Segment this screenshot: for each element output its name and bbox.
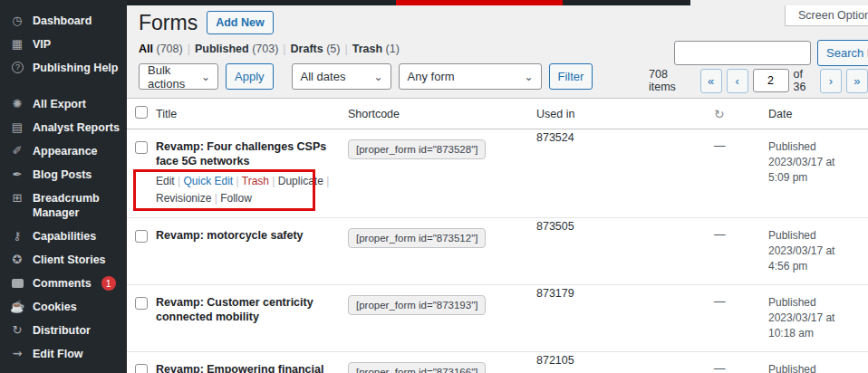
sidebar-item-cookies[interactable]: ☕ Cookies	[0, 295, 127, 319]
view-drafts-link[interactable]: Drafts (5)	[291, 43, 341, 55]
column-header-shortcode: Shortcode	[348, 99, 536, 129]
form-title-link[interactable]: Revamp: Customer centricity connected mo…	[156, 295, 337, 324]
search-input[interactable]	[674, 41, 811, 65]
table-row: Revamp: Customer centricity connected mo…	[127, 285, 868, 352]
sidebar-item-label: Blog Posts	[33, 167, 92, 182]
forms-list-table: Title Shortcode Used in ↻ Date Revamp: F…	[127, 98, 868, 373]
row-checkbox[interactable]	[135, 297, 148, 310]
row-actions: EditQuick EditTrashDuplicateRevisionizeF…	[156, 173, 337, 207]
publish-date: 2023/03/17 at 5:09 pm	[768, 155, 857, 186]
sidebar-item-label: Cookies	[33, 300, 77, 314]
sidebar-item-client-stories[interactable]: ✪ Client Stories	[0, 248, 127, 272]
admin-sidebar: ◷ Dashboard ▦ VIP ? Publishing Help ✺ Al…	[0, 0, 127, 373]
sidebar-item-label: Breadcrumb Manager	[33, 191, 121, 220]
distributor-column-icon: ↻	[714, 107, 725, 121]
key-icon: ⚷	[9, 229, 25, 244]
form-title-link[interactable]: Revamp: motorcycle safety	[156, 228, 337, 243]
view-published-link[interactable]: Published (703)	[195, 43, 278, 55]
vip-icon: ▦	[9, 37, 25, 52]
sidebar-item-vip[interactable]: ▦ VIP	[0, 33, 127, 56]
row-checkbox[interactable]	[135, 141, 148, 154]
sidebar-item-label: Analyst Reports	[33, 120, 120, 135]
last-page-button[interactable]: »	[846, 69, 868, 93]
sidebar-item-blog-posts[interactable]: ✒ Blog Posts	[0, 163, 127, 186]
comments-count-badge: 1	[101, 276, 116, 291]
prev-page-button[interactable]: ‹	[727, 69, 748, 93]
trash-action-link[interactable]: Trash	[242, 175, 278, 187]
edit-action-link[interactable]: Edit	[156, 175, 183, 187]
form-title-link[interactable]: Revamp: Four challenges CSPs face 5G net…	[156, 139, 337, 168]
view-trash-link[interactable]: Trash (1)	[352, 43, 400, 55]
column-header-title: Title	[156, 99, 348, 129]
search-forms-button[interactable]: Search Forms	[817, 40, 868, 66]
sidebar-item-edit-flow[interactable]: ⇝ Edit Flow	[0, 342, 127, 366]
sidebar-item-appearance[interactable]: ✐ Appearance	[0, 139, 127, 163]
total-pages-label: of 36	[794, 68, 815, 93]
sidebar-item-dashboard[interactable]: ◷ Dashboard	[0, 9, 127, 33]
sidebar-item-analyst-reports[interactable]: ▤ Analyst Reports	[0, 116, 127, 139]
column-header-used-in: Used in	[536, 99, 714, 129]
sidebar-item-label: Appearance	[33, 144, 98, 158]
date-filter-select[interactable]: All dates ⌄	[292, 63, 391, 90]
cake-icon: ☕	[9, 300, 25, 314]
sidebar-item-distributor[interactable]: ↻ Distributor	[0, 319, 127, 342]
row-checkbox[interactable]	[135, 364, 148, 373]
follow-action-link[interactable]: Follow	[220, 192, 252, 205]
sidebar-item-breadcrumb-manager[interactable]: ⊞ Breadcrumb Manager	[0, 186, 127, 225]
form-filter-value: Any form	[408, 70, 455, 83]
sidebar-item-label: Distributor	[33, 323, 91, 338]
main-content: Screen Options ▾ Forms Add New All (708)…	[127, 0, 868, 373]
first-page-button[interactable]: «	[700, 69, 722, 93]
form-filter-select[interactable]: Any form ⌄	[399, 63, 542, 90]
filter-button[interactable]: Filter	[549, 63, 593, 90]
shortcode-value: [proper_form id="873512"]	[348, 228, 486, 248]
pagination: 708 items « ‹ of 36 › »	[649, 68, 868, 93]
sidebar-separator	[0, 80, 127, 92]
bulk-actions-select[interactable]: Bulk actions ⌄	[139, 63, 218, 90]
sidebar-item-comments[interactable]: Comments 1	[0, 272, 127, 295]
view-all-link[interactable]: All (708)	[139, 43, 183, 55]
sidebar-item-capabilities[interactable]: ⚷ Capabilities	[0, 225, 127, 248]
search-form: Search Forms	[674, 40, 868, 66]
flow-arrow-icon: ⇝	[9, 347, 25, 361]
sidebar-item-label: All Export	[33, 97, 86, 111]
sidebar-item-label: VIP	[33, 37, 51, 52]
chevron-down-icon: ⌄	[524, 71, 533, 83]
distributor-value: —	[714, 218, 768, 285]
used-in-value: 873505	[536, 218, 714, 285]
sidebar-item-publishing-help[interactable]: ? Publishing Help	[0, 56, 127, 80]
select-all-checkbox[interactable]	[135, 106, 148, 119]
revisionize-action-link[interactable]: Revisionize	[156, 192, 220, 205]
current-page-input[interactable]	[753, 69, 789, 92]
publish-status: Published	[768, 228, 857, 244]
form-title-link[interactable]: Revamp: Empowering financial institution…	[156, 362, 337, 373]
date-filter-value: All dates	[301, 70, 346, 83]
sidebar-item-label: Client Stories	[33, 253, 106, 267]
view-separator: |	[188, 43, 190, 55]
distributor-value: —	[714, 129, 768, 218]
apply-button[interactable]: Apply	[226, 63, 274, 90]
dashboard-icon: ◷	[9, 14, 25, 28]
shortcode-value: [proper_form id="873528"]	[348, 139, 486, 159]
admin-top-bar-red-segment	[396, 0, 563, 5]
chevron-down-icon: ⌄	[373, 71, 382, 83]
sidebar-item-label: Dashboard	[33, 14, 92, 28]
add-new-button[interactable]: Add New	[207, 11, 273, 34]
page-title: Forms	[139, 11, 198, 34]
column-header-date: Date	[768, 99, 868, 129]
grid-icon: ⊞	[9, 191, 25, 206]
publish-status: Published	[768, 362, 857, 373]
screen-options-label: Screen Options	[798, 9, 868, 22]
row-checkbox[interactable]	[135, 230, 148, 243]
comment-bubble-icon	[12, 279, 24, 288]
next-page-button[interactable]: ›	[820, 69, 842, 93]
screen-options-tab[interactable]: Screen Options ▾	[785, 5, 868, 26]
document-icon: ▤	[9, 120, 25, 135]
table-row: Revamp: Empowering financial institution…	[127, 352, 868, 373]
quick-edit-action-link[interactable]: Quick Edit	[183, 175, 241, 187]
sidebar-item-label: Comments	[33, 276, 92, 291]
sidebar-item-all-export[interactable]: ✺ All Export	[0, 92, 127, 116]
view-separator: |	[344, 43, 347, 55]
sidebar-item-label: Capabilities	[33, 229, 96, 244]
duplicate-action-link[interactable]: Duplicate	[278, 175, 329, 187]
